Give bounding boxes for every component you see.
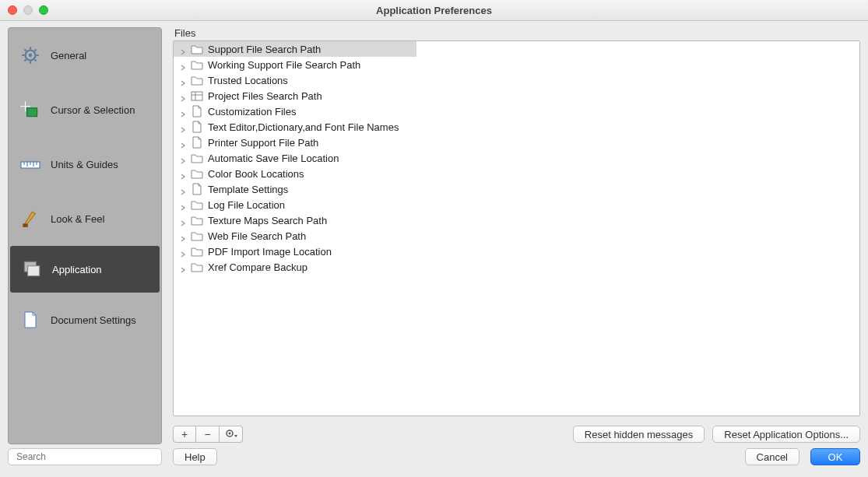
folder-icon xyxy=(191,230,203,242)
sidebar-item-application[interactable]: Application xyxy=(10,246,160,293)
svg-rect-22 xyxy=(192,92,202,100)
tree-row-label: Project Files Search Path xyxy=(208,90,322,102)
tree-row[interactable]: Automatic Save File Location xyxy=(174,150,859,166)
folder-icon xyxy=(191,214,203,226)
tree-row-label: Texture Maps Search Path xyxy=(208,215,327,226)
ruler-icon xyxy=(19,153,41,175)
chevron-right-icon xyxy=(180,248,186,254)
sidebar-item-look-feel[interactable]: Look & Feel xyxy=(9,191,161,246)
cancel-button[interactable]: Cancel xyxy=(745,448,799,465)
chevron-right-icon xyxy=(180,61,186,68)
folder-icon xyxy=(191,198,203,211)
cursor-icon xyxy=(19,99,41,121)
chevron-right-icon xyxy=(180,217,186,223)
chevron-right-icon xyxy=(180,264,186,270)
section-label: Files xyxy=(173,27,860,39)
svg-line-9 xyxy=(34,49,36,51)
svg-line-7 xyxy=(34,59,36,61)
help-button[interactable]: Help xyxy=(173,448,217,465)
folder-icon xyxy=(191,152,203,164)
folder-icon xyxy=(191,167,203,180)
svg-rect-10 xyxy=(27,108,37,117)
ok-button[interactable]: OK xyxy=(810,448,860,465)
tree-row[interactable]: Log File Location xyxy=(174,197,859,212)
folder-icon xyxy=(191,58,203,71)
search-input[interactable] xyxy=(8,448,162,465)
chevron-right-icon xyxy=(180,202,186,208)
svg-rect-21 xyxy=(28,266,40,276)
chevron-right-icon xyxy=(180,170,186,177)
document-icon xyxy=(19,309,41,331)
tree-row[interactable]: Web File Search Path xyxy=(174,228,859,244)
options-button[interactable] xyxy=(220,426,243,443)
svg-point-26 xyxy=(228,432,230,434)
chevron-right-icon xyxy=(180,233,186,239)
window-title: Application Preferences xyxy=(0,5,868,16)
chevron-right-icon xyxy=(180,186,186,192)
windows-icon xyxy=(21,258,43,280)
tree-toolbar: + − xyxy=(173,426,243,443)
svg-line-6 xyxy=(24,49,26,51)
file-icon xyxy=(191,183,203,195)
tree-row[interactable]: Template Settings xyxy=(174,181,859,197)
sidebar-item-label: Application xyxy=(52,264,102,275)
tree-row-label: Color Book Locations xyxy=(208,168,304,180)
tree-row[interactable]: Text Editor,Dictionary,and Font File Nam… xyxy=(174,119,859,135)
reset-hidden-messages-button[interactable]: Reset hidden messages xyxy=(573,426,705,443)
folder-icon xyxy=(191,43,203,55)
remove-button[interactable]: − xyxy=(196,426,220,443)
gear-icon xyxy=(19,44,41,66)
project-icon xyxy=(191,89,203,102)
files-tree[interactable]: Support File Search PathWorking Support … xyxy=(173,40,860,416)
brush-icon xyxy=(19,208,41,230)
chevron-right-icon xyxy=(180,124,186,130)
tree-row-label: Log File Location xyxy=(208,199,285,211)
tree-row[interactable]: Customization Files xyxy=(174,103,859,119)
tree-row[interactable]: Xref Compare Backup xyxy=(174,259,859,275)
sidebar-item-document-settings[interactable]: Document Settings xyxy=(9,293,161,347)
tree-row-label: Xref Compare Backup xyxy=(208,261,307,273)
tree-row[interactable]: Color Book Locations xyxy=(174,166,859,181)
svg-point-1 xyxy=(29,54,32,57)
chevron-right-icon xyxy=(180,46,186,52)
tree-row-label: Text Editor,Dictionary,and Font File Nam… xyxy=(208,121,399,133)
sidebar-item-units-guides[interactable]: Units & Guides xyxy=(9,137,161,191)
svg-line-8 xyxy=(24,59,26,61)
sidebar-item-label: Units & Guides xyxy=(51,159,118,170)
sidebar-item-label: General xyxy=(51,50,86,61)
chevron-right-icon xyxy=(180,155,186,161)
tree-row[interactable]: Texture Maps Search Path xyxy=(174,212,859,228)
tree-row-label: Customization Files xyxy=(208,106,296,117)
tree-row-label: Working Support File Search Path xyxy=(208,59,360,71)
tree-row-label: Web File Search Path xyxy=(208,230,306,242)
file-icon xyxy=(191,121,203,133)
gear-dropdown-icon xyxy=(224,428,238,441)
tree-row-label: Printer Support File Path xyxy=(208,137,318,149)
file-icon xyxy=(191,136,203,149)
reset-application-options-button[interactable]: Reset Application Options... xyxy=(712,426,860,443)
tree-row[interactable]: Working Support File Search Path xyxy=(174,57,859,72)
tree-row-label: Template Settings xyxy=(208,184,288,195)
svg-rect-19 xyxy=(23,224,28,227)
sidebar-item-general[interactable]: General xyxy=(9,28,161,82)
sidebar-item-cursor-selection[interactable]: Cursor & Selection xyxy=(9,82,161,137)
chevron-right-icon xyxy=(180,77,186,83)
chevron-right-icon xyxy=(180,139,186,146)
tree-row-label: PDF Import Image Location xyxy=(208,246,332,258)
chevron-right-icon xyxy=(180,108,186,114)
file-icon xyxy=(191,105,203,117)
category-sidebar: General Cursor & Selection Units & Guide… xyxy=(8,27,162,444)
chevron-right-icon xyxy=(180,93,186,99)
tree-row[interactable]: Trusted Locations xyxy=(174,72,859,88)
tree-row-label: Support File Search Path xyxy=(208,44,321,55)
tree-row[interactable]: Printer Support File Path xyxy=(174,135,859,150)
sidebar-item-label: Document Settings xyxy=(51,314,136,326)
tree-row[interactable]: PDF Import Image Location xyxy=(174,244,859,259)
sidebar-item-label: Look & Feel xyxy=(51,213,104,225)
folder-icon xyxy=(191,74,203,86)
folder-icon xyxy=(191,261,203,273)
add-button[interactable]: + xyxy=(173,426,196,443)
tree-row[interactable]: Project Files Search Path xyxy=(174,88,859,103)
tree-row-label: Automatic Save File Location xyxy=(208,153,339,164)
tree-row[interactable]: Support File Search Path xyxy=(174,41,416,57)
